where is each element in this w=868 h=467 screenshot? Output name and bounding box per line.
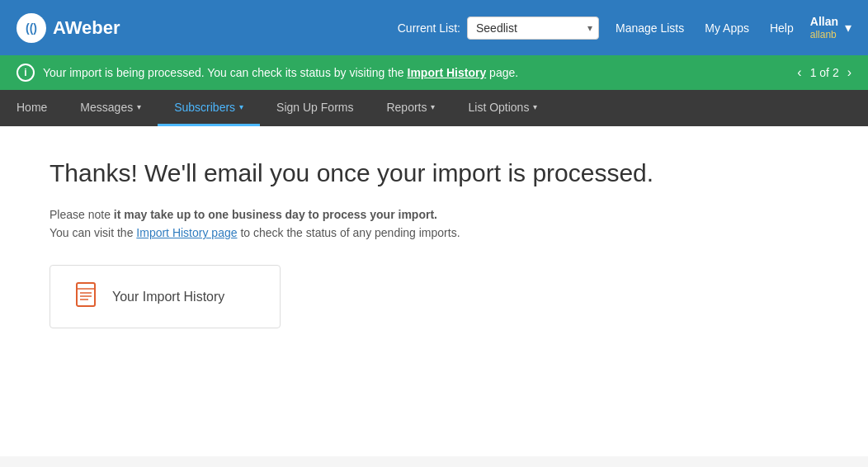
svg-rect-0 [77, 283, 95, 306]
my-apps-link[interactable]: My Apps [705, 21, 749, 35]
nav-signup-forms[interactable]: Sign Up Forms [260, 90, 370, 126]
help-link[interactable]: Help [770, 21, 794, 35]
current-list-label: Current List: [398, 21, 460, 35]
note-line2: You can visit the Import History page to… [50, 226, 818, 239]
note-line1: Please note it may take up to one busine… [50, 208, 818, 221]
nav-list-options-chevron-icon: ▾ [533, 102, 537, 111]
import-history-card[interactable]: Your Import History [50, 265, 281, 328]
nav-home-label: Home [17, 101, 47, 114]
logo-icon-text: (() [26, 21, 37, 35]
logo: (() AWeber [17, 13, 120, 43]
import-history-label: Your Import History [112, 290, 224, 304]
main-content: Thanks! We'll email you once your import… [0, 126, 868, 456]
main-nav: Home Messages ▾ Subscribers ▾ Sign Up Fo… [0, 90, 868, 126]
info-icon: i [17, 64, 35, 82]
nav-reports-chevron-icon: ▾ [431, 102, 435, 111]
nav-subscribers[interactable]: Subscribers ▾ [158, 90, 260, 126]
note-line1-bold: it may take up to one business day to pr… [114, 208, 437, 221]
header: (() AWeber Current List: Seedlist Manage… [0, 0, 868, 55]
user-text: Allan allanb [810, 15, 838, 40]
notification-left: i Your import is being processed. You ca… [17, 64, 518, 82]
logo-icon: (() [17, 13, 46, 43]
current-list-area: Current List: Seedlist [398, 17, 599, 40]
prev-page-icon[interactable]: ‹ [797, 65, 801, 80]
nav-reports-label: Reports [386, 101, 427, 114]
notification-message: Your import is being processed. You can … [43, 66, 518, 79]
import-history-link[interactable]: Import History [408, 66, 487, 79]
manage-lists-link[interactable]: Manage Lists [616, 21, 684, 35]
notification-text-suffix: page. [486, 66, 518, 79]
nav-signup-forms-label: Sign Up Forms [276, 101, 353, 114]
note-line2-suffix: to check the status of any pending impor… [238, 226, 460, 239]
list-select[interactable]: Seedlist [467, 17, 599, 40]
user-username: allanb [810, 29, 838, 40]
notification-text-prefix: Your import is being processed. You can … [43, 66, 408, 79]
next-page-icon[interactable]: › [847, 65, 851, 80]
import-history-icon [75, 282, 100, 311]
note-line2-prefix: You can visit the [50, 226, 136, 239]
user-name: Allan [810, 15, 838, 29]
header-nav: Manage Lists My Apps Help [616, 21, 794, 35]
nav-messages-label: Messages [80, 101, 133, 114]
user-area[interactable]: Allan allanb ▾ [810, 15, 851, 40]
notification-bar: i Your import is being processed. You ca… [0, 55, 868, 90]
page-indicator: 1 of 2 [810, 66, 839, 79]
nav-list-options-label: List Options [468, 101, 529, 114]
nav-list-options[interactable]: List Options ▾ [451, 90, 554, 126]
import-history-page-link[interactable]: Import History page [136, 226, 237, 239]
nav-messages-chevron-icon: ▾ [137, 102, 141, 111]
main-heading: Thanks! We'll email you once your import… [50, 159, 818, 187]
nav-subscribers-chevron-icon: ▾ [239, 102, 243, 111]
list-select-wrapper[interactable]: Seedlist [467, 17, 599, 40]
nav-home[interactable]: Home [0, 90, 64, 126]
nav-reports[interactable]: Reports ▾ [370, 90, 451, 126]
logo-text: AWeber [53, 17, 120, 39]
nav-messages[interactable]: Messages ▾ [64, 90, 158, 126]
note-line1-prefix: Please note [50, 208, 114, 221]
nav-subscribers-label: Subscribers [174, 101, 235, 114]
notification-pagination: ‹ 1 of 2 › [797, 65, 851, 80]
user-chevron-down-icon: ▾ [845, 20, 851, 35]
